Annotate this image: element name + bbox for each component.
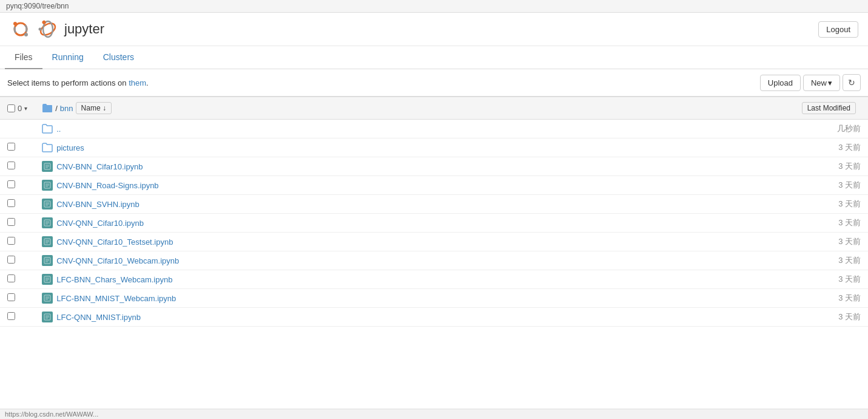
table-row: CNV-QNN_Cifar10.ipynb3 天前	[0, 214, 868, 233]
new-dropdown-arrow: ▾	[828, 78, 832, 87]
tab-clusters[interactable]: Clusters	[93, 46, 144, 69]
refresh-button[interactable]: ↻	[843, 74, 861, 91]
breadcrumb-path: / bnn Name ↓	[42, 102, 588, 114]
notebook-icon	[42, 217, 53, 228]
table-row: ..几秒前	[0, 120, 868, 138]
breadcrumb-folder-name[interactable]: bnn	[60, 104, 73, 113]
row-checkbox[interactable]	[7, 293, 15, 301]
file-name: CNV-BNN_SVHN.ipynb	[56, 200, 140, 209]
notebook-link[interactable]: CNV-QNN_Cifar10.ipynb	[42, 217, 588, 228]
notebook-link[interactable]: CNV-BNN_Road-Signs.ipynb	[42, 180, 588, 191]
select-info-text: Select items to perform actions on them.	[7, 78, 149, 87]
file-name: CNV-QNN_Cifar10_Webcam.ipynb	[56, 256, 179, 265]
select-info-highlight: them	[129, 78, 146, 87]
folder-icon	[42, 143, 53, 152]
notebook-link[interactable]: CNV-BNN_Cifar10.ipynb	[42, 161, 588, 172]
table-row: LFC-BNN_MNIST_Webcam.ipynb3 天前	[0, 289, 868, 308]
row-checkbox[interactable]	[7, 162, 15, 169]
file-modified: 3 天前	[596, 157, 868, 176]
jupyter-logo-svg	[36, 18, 59, 41]
file-name: LFC-BNN_Chars_Webcam.ipynb	[56, 275, 172, 284]
toolbar-right: Upload New ▾ ↻	[760, 74, 861, 91]
new-label: New	[811, 78, 827, 87]
file-modified: 3 天前	[596, 251, 868, 270]
file-list-header-row: 0 ▾ / bnn Name ↓ Last Modi	[0, 97, 868, 120]
file-name: CNV-BNN_Cifar10.ipynb	[56, 162, 143, 171]
file-name: LFC-BNN_MNIST_Webcam.ipynb	[56, 294, 176, 303]
file-modified: 3 天前	[596, 214, 868, 233]
row-checkbox[interactable]	[7, 218, 15, 226]
table-row: pictures3 天前	[0, 138, 868, 157]
notebook-link[interactable]: CNV-QNN_Cifar10_Testset.ipynb	[42, 236, 588, 247]
file-modified: 3 天前	[596, 176, 868, 195]
file-modified: 3 天前	[596, 270, 868, 289]
selected-count: 0	[18, 104, 22, 113]
file-name: pictures	[56, 143, 84, 152]
sort-arrow: ↓	[103, 104, 106, 112]
notebook-icon	[42, 312, 53, 322]
notebook-link[interactable]: CNV-QNN_Cifar10_Webcam.ipynb	[42, 255, 588, 266]
header-name-cell: / bnn Name ↓	[35, 97, 596, 120]
tab-files[interactable]: Files	[5, 46, 42, 69]
logo-text: jupyter	[64, 21, 104, 37]
table-row: CNV-QNN_Cifar10_Testset.ipynb3 天前	[0, 233, 868, 251]
file-modified: 3 天前	[596, 233, 868, 251]
file-list-table: 0 ▾ / bnn Name ↓ Last Modi	[0, 97, 868, 327]
file-name: CNV-QNN_Cifar10.ipynb	[56, 219, 144, 228]
row-checkbox[interactable]	[7, 143, 15, 151]
count-dropdown-arrow[interactable]: ▾	[24, 105, 27, 112]
folder-link[interactable]: ..	[42, 124, 588, 134]
table-row: CNV-QNN_Cifar10_Webcam.ipynb3 天前	[0, 251, 868, 270]
notebook-icon	[42, 199, 53, 210]
url-text: pynq:9090/tree/bnn	[6, 2, 69, 10]
svg-point-2	[13, 22, 17, 26]
notebook-link[interactable]: CNV-BNN_SVHN.ipynb	[42, 199, 588, 210]
table-row: CNV-BNN_Road-Signs.ipynb3 天前	[0, 176, 868, 195]
breadcrumb-folder-icon	[42, 103, 53, 113]
main-tabs: Files Running Clusters	[0, 46, 868, 69]
file-modified: 几秒前	[596, 120, 868, 138]
notebook-icon	[42, 274, 53, 285]
breadcrumb-separator: /	[55, 104, 58, 113]
file-name: CNV-BNN_Road-Signs.ipynb	[56, 181, 158, 190]
folder-icon	[42, 124, 53, 134]
upload-button[interactable]: Upload	[760, 75, 801, 91]
notebook-icon	[42, 161, 53, 172]
last-modified-sort-button[interactable]: Last Modified	[802, 102, 856, 114]
row-checkbox[interactable]	[7, 312, 15, 320]
file-modified: 3 天前	[596, 138, 868, 157]
file-name: LFC-QNN_MNIST.ipynb	[56, 313, 141, 322]
row-checkbox[interactable]	[7, 237, 15, 245]
notebook-link[interactable]: LFC-BNN_MNIST_Webcam.ipynb	[42, 293, 588, 304]
file-modified: 3 天前	[596, 308, 868, 327]
table-row: LFC-QNN_MNIST.ipynb3 天前	[0, 308, 868, 327]
file-modified: 3 天前	[596, 195, 868, 214]
header-modified-cell: Last Modified	[596, 97, 868, 120]
notebook-icon	[42, 293, 53, 304]
notebook-icon	[42, 180, 53, 191]
row-checkbox[interactable]	[7, 180, 15, 188]
notebook-link[interactable]: LFC-QNN_MNIST.ipynb	[42, 312, 588, 322]
logo: jupyter	[10, 18, 104, 41]
file-modified: 3 天前	[596, 289, 868, 308]
select-all-checkbox[interactable]	[7, 104, 15, 112]
browser-url-bar: pynq:9090/tree/bnn	[0, 0, 868, 13]
name-sort-button[interactable]: Name ↓	[76, 102, 112, 114]
row-checkbox[interactable]	[7, 256, 15, 264]
table-row: CNV-BNN_Cifar10.ipynb3 天前	[0, 157, 868, 176]
table-row: LFC-BNN_Chars_Webcam.ipynb3 天前	[0, 270, 868, 289]
notebook-icon	[42, 236, 53, 247]
file-name: CNV-QNN_Cifar10_Testset.ipynb	[56, 237, 173, 247]
tab-running[interactable]: Running	[42, 46, 93, 69]
page-header: jupyter Logout	[0, 13, 868, 46]
row-checkbox[interactable]	[7, 199, 15, 207]
logout-button[interactable]: Logout	[818, 21, 858, 38]
svg-point-7	[39, 28, 42, 31]
jupyter-logo-icon	[10, 18, 32, 40]
new-button[interactable]: New ▾	[803, 75, 840, 91]
file-toolbar: Select items to perform actions on them.…	[0, 69, 868, 97]
notebook-link[interactable]: LFC-BNN_Chars_Webcam.ipynb	[42, 274, 588, 285]
table-row: CNV-BNN_SVHN.ipynb3 天前	[0, 195, 868, 214]
row-checkbox[interactable]	[7, 274, 15, 282]
folder-link[interactable]: pictures	[42, 143, 588, 152]
